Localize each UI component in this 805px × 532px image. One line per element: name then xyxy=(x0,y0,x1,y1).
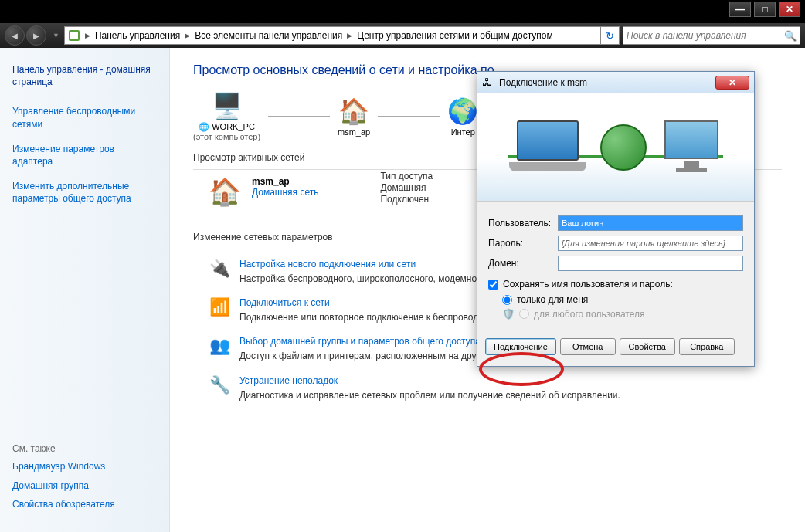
minimize-button[interactable]: — xyxy=(729,2,751,17)
task-link[interactable]: Настройка нового подключения или сети xyxy=(239,259,416,269)
close-button[interactable]: ✕ xyxy=(779,2,800,17)
node-sub: (этот компьютер) xyxy=(193,132,260,141)
globe-icon xyxy=(600,124,647,171)
node-name: msm_ap xyxy=(338,127,370,137)
radio-all-users xyxy=(519,309,529,319)
radio-only-me[interactable] xyxy=(502,295,512,305)
sidebar-footer-title: См. также xyxy=(12,443,157,454)
troubleshoot-icon: 🔧 xyxy=(209,375,230,402)
user-label: Пользователь: xyxy=(488,218,558,229)
chevron-right-icon: ▶ xyxy=(345,32,354,39)
dialog-illustration xyxy=(477,93,754,202)
task-troubleshoot: 🔧 Устранение неполадок Диагностика и исп… xyxy=(209,375,782,402)
network-name: msm_ap xyxy=(252,176,290,187)
forward-button[interactable]: ► xyxy=(26,25,46,46)
connection-line xyxy=(268,116,330,117)
radio-all-users-label: для любого пользователя xyxy=(534,309,645,320)
breadcrumb[interactable]: ▶ Панель управления ▶ Все элементы панел… xyxy=(64,26,601,45)
refresh-button[interactable]: ↻ xyxy=(601,26,620,45)
task-link[interactable]: Выбор домашней группы и параметров общег… xyxy=(239,336,481,347)
back-button[interactable]: ◄ xyxy=(5,25,25,46)
window-controls: — □ ✕ xyxy=(729,2,800,17)
connection-line xyxy=(378,116,440,117)
sidebar-heading: Панель управления - домашняя страница xyxy=(12,63,157,88)
breadcrumb-seg[interactable]: Центр управления сетями и общим доступом xyxy=(354,30,556,41)
control-panel-icon xyxy=(68,29,80,42)
sidebar-footer: См. также Брандмауэр Windows Домашняя гр… xyxy=(12,443,157,517)
dialog-titlebar[interactable]: 🖧 Подключение к msm ✕ xyxy=(477,72,754,93)
node-name: WORK_PC xyxy=(212,122,255,131)
sidebar-link-firewall[interactable]: Брандмауэр Windows xyxy=(12,460,157,473)
laptop-icon xyxy=(509,120,586,175)
connect-button[interactable]: Подключение xyxy=(485,338,556,355)
domain-label: Домен: xyxy=(488,258,558,269)
network-icon: 📶 xyxy=(209,297,230,324)
dialog-button-row: Подключение Отмена Свойства Справка xyxy=(477,332,754,366)
active-network: 🏠 msm_ap Домашняя сеть xyxy=(209,176,318,207)
username-input[interactable] xyxy=(558,215,743,231)
nav-history-chevron[interactable]: ▼ xyxy=(53,32,59,39)
prop-access-type: Тип доступа xyxy=(380,171,433,181)
breadcrumb-seg[interactable]: Панель управления xyxy=(92,30,183,41)
explorer-toolbar: ◄ ► ▼ ▶ Панель управления ▶ Все элементы… xyxy=(0,23,805,48)
sidebar: Панель управления - домашняя страница Уп… xyxy=(0,48,170,532)
house-icon: 🏠 xyxy=(209,176,241,207)
prop-connected: Подключен xyxy=(380,194,433,205)
node-name: Интер xyxy=(447,127,478,137)
dialog-close-button[interactable]: ✕ xyxy=(715,76,749,90)
domain-input[interactable] xyxy=(558,256,743,271)
save-credentials-label: Сохранять имя пользователя и пароль: xyxy=(503,279,673,290)
node-internet[interactable]: 🌍 Интер xyxy=(447,97,478,137)
search-icon[interactable]: 🔍 xyxy=(784,30,797,42)
svg-rect-1 xyxy=(70,32,78,39)
chevron-right-icon: ▶ xyxy=(183,32,192,39)
house-icon: 🏠 xyxy=(338,97,370,126)
help-button[interactable]: Справка xyxy=(679,338,735,355)
sidebar-link-sharing[interactable]: Изменить дополнительные параметры общего… xyxy=(12,180,157,205)
task-desc: Диагностика и исправление сетевых пробле… xyxy=(239,389,620,402)
task-link[interactable]: Подключиться к сети xyxy=(239,297,330,308)
computer-icon: 🖥️ xyxy=(193,91,260,120)
sidebar-link-wireless[interactable]: Управление беспроводными сетями xyxy=(12,105,157,130)
node-this-pc[interactable]: 🖥️ 🌐 WORK_PC (этот компьютер) xyxy=(193,91,260,141)
cancel-button[interactable]: Отмена xyxy=(560,338,616,355)
task-link[interactable]: Устранение неполадок xyxy=(239,375,338,386)
connection-dialog: 🖧 Подключение к msm ✕ Пользователь: Паро… xyxy=(477,71,755,367)
globe-icon: 🌍 xyxy=(447,97,478,126)
sidebar-link-internet-options[interactable]: Свойства обозревателя xyxy=(12,498,157,510)
properties-button[interactable]: Свойства xyxy=(620,338,675,355)
maximize-button[interactable]: □ xyxy=(754,2,776,17)
network-info: msm_ap Домашняя сеть xyxy=(252,176,318,198)
sidebar-link-homegroup[interactable]: Домашняя группа xyxy=(12,479,157,492)
monitor-icon xyxy=(661,120,722,175)
save-credentials-checkbox[interactable] xyxy=(488,280,498,290)
network-properties: Тип доступа Домашняя Подключен xyxy=(380,170,433,221)
dialog-title: Подключение к msm xyxy=(499,77,715,88)
sidebar-link-adapter[interactable]: Изменение параметров адаптера xyxy=(12,143,157,168)
search-input[interactable] xyxy=(627,30,784,41)
dialog-form: Пользователь: Пароль: Домен: Сохранять и… xyxy=(477,202,754,332)
homegroup-icon: 👥 xyxy=(209,336,230,362)
network-icon: 🖧 xyxy=(482,76,494,88)
password-label: Пароль: xyxy=(488,238,558,249)
network-type-link[interactable]: Домашняя сеть xyxy=(252,187,318,198)
radio-only-me-label: только для меня xyxy=(517,294,588,305)
chevron-right-icon: ▶ xyxy=(83,32,92,39)
search-box[interactable]: 🔍 xyxy=(623,26,800,45)
node-router[interactable]: 🏠 msm_ap xyxy=(338,97,370,137)
prop-home: Домашняя xyxy=(380,182,433,193)
password-input[interactable] xyxy=(558,236,743,251)
shield-icon: 🛡️ xyxy=(502,308,515,320)
connection-icon: 🔌 xyxy=(209,259,230,285)
breadcrumb-seg[interactable]: Все элементы панели управления xyxy=(192,30,345,41)
